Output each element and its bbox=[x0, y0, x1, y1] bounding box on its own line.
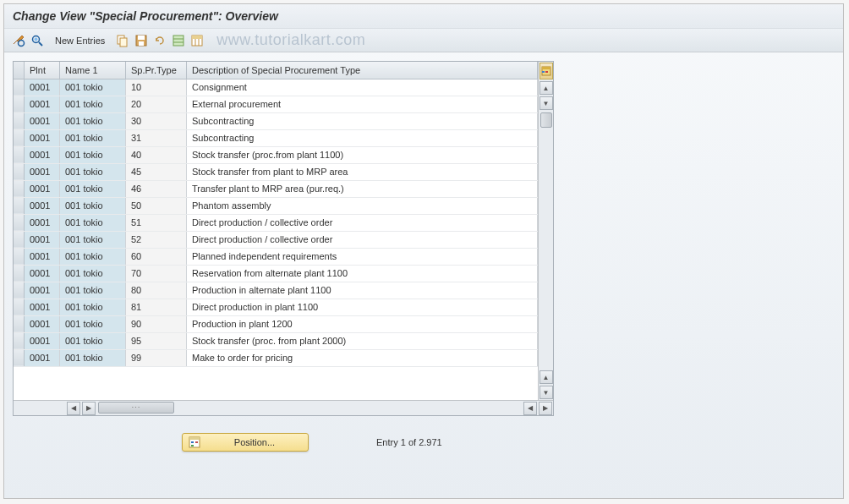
cell-type[interactable]: 45 bbox=[126, 163, 187, 180]
cell-plnt[interactable]: 0001 bbox=[25, 79, 60, 96]
cell-name[interactable]: 001 tokio bbox=[60, 282, 126, 299]
cell-desc[interactable]: Stock transfer from plant to MRP area bbox=[187, 163, 538, 180]
table-row[interactable]: 0001001 tokio45Stock transfer from plant… bbox=[14, 163, 538, 180]
scroll-track-vertical[interactable] bbox=[540, 111, 553, 370]
cell-type[interactable]: 10 bbox=[126, 79, 187, 96]
cell-name[interactable]: 001 tokio bbox=[60, 79, 126, 96]
cell-plnt[interactable]: 0001 bbox=[25, 332, 60, 349]
table-row[interactable]: 0001001 tokio40Stock transfer (proc.from… bbox=[14, 146, 538, 163]
cell-name[interactable]: 001 tokio bbox=[60, 129, 126, 146]
table-row[interactable]: 0001001 tokio81Direct production in plan… bbox=[14, 299, 538, 315]
cell-plnt[interactable]: 0001 bbox=[25, 197, 60, 214]
table-row[interactable]: 0001001 tokio99Make to order for pricing bbox=[14, 349, 538, 366]
cell-name[interactable]: 001 tokio bbox=[60, 299, 126, 315]
cell-desc[interactable]: External procurement bbox=[187, 96, 538, 112]
save-icon[interactable] bbox=[134, 33, 149, 48]
hscroll-right-button-right[interactable]: ▶ bbox=[539, 402, 552, 415]
cell-plnt[interactable]: 0001 bbox=[25, 299, 60, 315]
cell-desc[interactable]: Production in alternate plant 1100 bbox=[187, 282, 538, 299]
copy-icon[interactable] bbox=[115, 33, 130, 48]
table-row[interactable]: 0001001 tokio60Planned independent requi… bbox=[14, 248, 538, 265]
table-row[interactable]: 0001001 tokio46Transfer plant to MRP are… bbox=[14, 180, 538, 197]
cell-name[interactable]: 001 tokio bbox=[60, 332, 126, 349]
cell-name[interactable]: 001 tokio bbox=[60, 180, 126, 197]
row-selector[interactable] bbox=[14, 282, 25, 299]
cell-name[interactable]: 001 tokio bbox=[60, 265, 126, 282]
cell-plnt[interactable]: 0001 bbox=[25, 163, 60, 180]
find-icon[interactable] bbox=[30, 33, 45, 48]
cell-desc[interactable]: Direct production / collective order bbox=[187, 214, 538, 231]
cell-type[interactable]: 46 bbox=[126, 180, 187, 197]
cell-plnt[interactable]: 0001 bbox=[25, 180, 60, 197]
hscroll-track[interactable]: ⋯ bbox=[96, 401, 523, 415]
cell-type[interactable]: 90 bbox=[126, 315, 187, 332]
cell-name[interactable]: 001 tokio bbox=[60, 146, 126, 163]
cell-desc[interactable]: Subcontracting bbox=[187, 112, 538, 129]
table-row[interactable]: 0001001 tokio30Subcontracting bbox=[14, 112, 538, 129]
column-header-desc[interactable]: Description of Special Procurement Type bbox=[187, 62, 538, 79]
new-entries-button[interactable]: New Entries bbox=[48, 34, 112, 47]
cell-plnt[interactable]: 0001 bbox=[25, 282, 60, 299]
row-selector[interactable] bbox=[14, 197, 25, 214]
cell-desc[interactable]: Phantom assembly bbox=[187, 197, 538, 214]
cell-name[interactable]: 001 tokio bbox=[60, 231, 126, 248]
cell-desc[interactable]: Reservation from alternate plant 1100 bbox=[187, 265, 538, 282]
cell-name[interactable]: 001 tokio bbox=[60, 197, 126, 214]
hscroll-right-button[interactable]: ▶ bbox=[82, 402, 96, 415]
cell-plnt[interactable]: 0001 bbox=[25, 349, 60, 366]
column-header-plnt[interactable]: Plnt bbox=[25, 62, 60, 79]
table-row[interactable]: 0001001 tokio10Consignment bbox=[14, 79, 538, 96]
row-selector[interactable] bbox=[14, 248, 25, 265]
cell-name[interactable]: 001 tokio bbox=[60, 96, 126, 112]
cell-type[interactable]: 40 bbox=[126, 146, 187, 163]
cell-name[interactable]: 001 tokio bbox=[60, 349, 126, 366]
row-selector[interactable] bbox=[14, 214, 25, 231]
cell-type[interactable]: 30 bbox=[126, 112, 187, 129]
cell-plnt[interactable]: 0001 bbox=[25, 248, 60, 265]
table-row[interactable]: 0001001 tokio50Phantom assembly bbox=[14, 197, 538, 214]
delimit-icon[interactable] bbox=[189, 33, 205, 48]
cell-plnt[interactable]: 0001 bbox=[25, 315, 60, 332]
table-row[interactable]: 0001001 tokio51Direct production / colle… bbox=[14, 214, 538, 231]
column-header-type[interactable]: Sp.Pr.Type bbox=[126, 62, 187, 79]
position-button[interactable]: Position... bbox=[182, 433, 309, 452]
cell-desc[interactable]: Stock transfer (proc.from plant 1100) bbox=[187, 146, 538, 163]
row-selector[interactable] bbox=[14, 180, 25, 197]
cell-type[interactable]: 99 bbox=[126, 349, 187, 366]
cell-type[interactable]: 70 bbox=[126, 265, 187, 282]
cell-desc[interactable]: Planned independent requirements bbox=[187, 248, 538, 265]
row-selector[interactable] bbox=[14, 332, 25, 349]
cell-type[interactable]: 95 bbox=[126, 332, 187, 349]
row-selector[interactable] bbox=[14, 146, 25, 163]
cell-plnt[interactable]: 0001 bbox=[25, 96, 60, 112]
cell-name[interactable]: 001 tokio bbox=[60, 163, 126, 180]
table-row[interactable]: 0001001 tokio80Production in alternate p… bbox=[14, 282, 538, 299]
table-row[interactable]: 0001001 tokio52Direct production / colle… bbox=[14, 231, 538, 248]
table-row[interactable]: 0001001 tokio31Subcontracting bbox=[14, 129, 538, 146]
cell-desc[interactable]: Stock transfer (proc. from plant 2000) bbox=[187, 332, 538, 349]
cell-type[interactable]: 50 bbox=[126, 197, 187, 214]
column-header-name[interactable]: Name 1 bbox=[60, 62, 126, 79]
cell-name[interactable]: 001 tokio bbox=[60, 248, 126, 265]
cell-plnt[interactable]: 0001 bbox=[25, 214, 60, 231]
scroll-up-button-bottom[interactable]: ▲ bbox=[540, 370, 553, 384]
cell-desc[interactable]: Consignment bbox=[187, 79, 538, 96]
row-selector[interactable] bbox=[14, 163, 25, 180]
scroll-up-button[interactable]: ▲ bbox=[540, 81, 553, 95]
row-selector-header[interactable] bbox=[14, 62, 25, 79]
hscroll-left-button[interactable]: ◀ bbox=[67, 402, 80, 415]
cell-desc[interactable]: Direct production / collective order bbox=[187, 231, 538, 248]
cell-desc[interactable]: Make to order for pricing bbox=[187, 349, 538, 366]
row-selector[interactable] bbox=[14, 349, 25, 366]
scroll-down-button[interactable]: ▼ bbox=[540, 96, 553, 110]
cell-type[interactable]: 51 bbox=[126, 214, 187, 231]
row-selector[interactable] bbox=[14, 112, 25, 129]
row-selector[interactable] bbox=[14, 231, 25, 248]
cell-plnt[interactable]: 0001 bbox=[25, 129, 60, 146]
scroll-thumb-vertical[interactable] bbox=[540, 112, 552, 128]
cell-type[interactable]: 52 bbox=[126, 231, 187, 248]
table-row[interactable]: 0001001 tokio90Production in plant 1200 bbox=[14, 315, 538, 332]
hscroll-left-button-right[interactable]: ◀ bbox=[523, 402, 537, 415]
table-row[interactable]: 0001001 tokio20External procurement bbox=[14, 96, 538, 112]
table-row[interactable]: 0001001 tokio70Reservation from alternat… bbox=[14, 265, 538, 282]
